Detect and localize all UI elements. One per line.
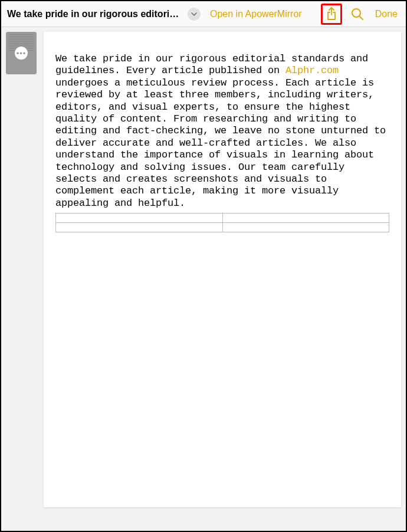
done-button[interactable]: Done — [373, 9, 400, 19]
table-row — [56, 223, 389, 232]
thumbnail-more-icon: ••• — [15, 47, 28, 60]
table-cell[interactable] — [222, 214, 389, 223]
body-paragraph: We take pride in our rigorous editorial … — [55, 53, 389, 209]
page-thumbnail[interactable]: ••• — [6, 32, 37, 74]
table-cell[interactable] — [222, 223, 389, 232]
search-button[interactable] — [347, 4, 368, 25]
share-button[interactable] — [321, 4, 342, 25]
document-page: We take pride in our rigorous editorial … — [44, 32, 401, 507]
chevron-down-icon — [191, 12, 197, 16]
document-title: We take pride in our rigorous editorial … — [7, 9, 184, 19]
content-area: ••• We take pride in our rigorous editor… — [1, 27, 406, 531]
table-row — [56, 214, 389, 223]
table-cell[interactable] — [56, 214, 223, 223]
toolbar: We take pride in our rigorous editorial … — [1, 1, 406, 27]
title-wrap: We take pride in our rigorous editorial … — [7, 8, 201, 21]
thumbnail-sidebar: ••• — [1, 27, 41, 531]
open-in-button[interactable]: Open in ApowerMirror — [210, 9, 302, 19]
title-dropdown-button[interactable] — [188, 8, 201, 21]
table-cell[interactable] — [56, 223, 223, 232]
search-icon — [351, 8, 364, 21]
empty-table[interactable] — [55, 213, 389, 232]
alphr-link[interactable]: Alphr.com — [285, 65, 339, 76]
body-text-after: undergoes a meticulous review process. E… — [55, 77, 386, 209]
share-icon — [326, 7, 337, 21]
